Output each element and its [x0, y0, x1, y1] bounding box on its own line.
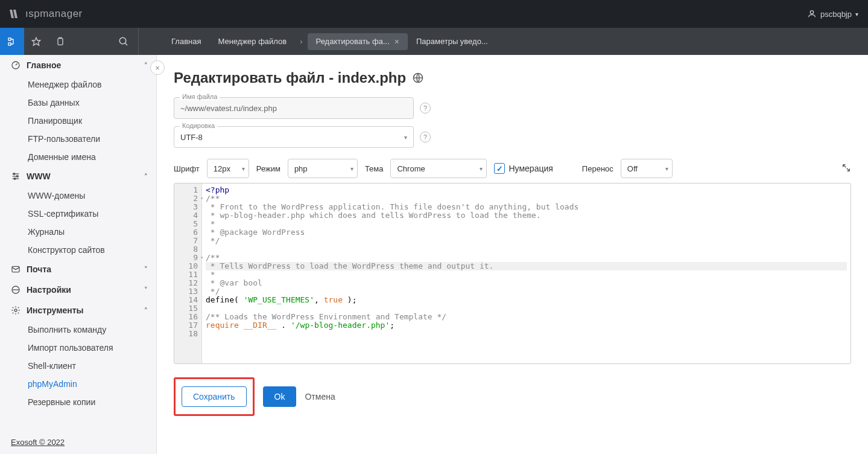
chevron-down-icon: ▾ [480, 165, 483, 172]
checkbox-icon [494, 163, 505, 174]
svg-rect-2 [8, 43, 11, 45]
help-icon[interactable]: ? [420, 132, 431, 142]
svg-point-11 [13, 173, 15, 175]
nav-section-header[interactable]: WWW˄ [0, 166, 156, 187]
chevron-down-icon: ▾ [665, 165, 668, 172]
clipboard-icon[interactable] [48, 28, 72, 55]
font-label: Шрифт [174, 164, 200, 173]
svg-point-16 [14, 309, 17, 312]
nav-item[interactable]: Доменные имена [0, 148, 156, 166]
nav-item[interactable]: Резервные копии [0, 393, 156, 411]
filename-input [174, 97, 414, 119]
chevron-down-icon: ▾ [242, 165, 245, 172]
logo: ıspmanager [10, 8, 83, 20]
content: Редактировать файл - index.php Имя файла… [157, 55, 868, 454]
nav-item[interactable]: phpMyAdmin [0, 375, 156, 393]
nav-item[interactable]: Менеджер файлов [0, 75, 156, 94]
sidebar: Главное˄Менеджер файловБазы данныхПланир… [0, 55, 157, 454]
page-title: Редактировать файл - index.php [174, 69, 851, 86]
svg-point-5 [119, 37, 126, 44]
theme-select[interactable]: Chrome▾ [390, 159, 487, 178]
svg-point-0 [810, 11, 813, 14]
toolbar: Главная Менеджер файлов › Редактировать … [0, 28, 868, 55]
nav-section-header[interactable]: Почта˅ [0, 259, 156, 280]
search-button[interactable] [109, 28, 139, 55]
tree-view-icon[interactable] [0, 28, 24, 55]
breadcrumbs: Главная Менеджер файлов › Редактировать … [139, 33, 496, 50]
crumb-home[interactable]: Главная [163, 33, 209, 50]
nav-item[interactable]: Планировщик [0, 112, 156, 130]
nav-item[interactable]: Конструктор сайтов [0, 241, 156, 259]
svg-rect-4 [58, 38, 63, 45]
wrap-label: Перенос [582, 164, 613, 173]
nav-item[interactable]: Выполнить команду [0, 321, 156, 339]
mode-label: Режим [256, 164, 280, 173]
svg-point-13 [14, 178, 16, 180]
crumb-filemgr[interactable]: Менеджер файлов [209, 33, 295, 50]
star-icon[interactable] [24, 28, 48, 55]
svg-rect-1 [8, 38, 11, 40]
expand-icon[interactable] [841, 163, 851, 174]
username: pscbqbjp [820, 10, 852, 19]
highlight-annotation: Сохранить [174, 377, 255, 416]
mode-select[interactable]: php▾ [288, 159, 358, 178]
encoding-select[interactable]: UTF-8 ▾ [174, 126, 414, 148]
crumb-edit-file[interactable]: Редактировать фа... × [308, 33, 408, 50]
nav-item[interactable]: Shell-клиент [0, 357, 156, 375]
chevron-down-icon: ▾ [350, 165, 353, 172]
cancel-button[interactable]: Отмена [305, 392, 335, 401]
nav-section-header[interactable]: Инструменты˄ [0, 300, 156, 321]
chevron-down-icon: ▾ [404, 134, 407, 141]
svg-line-6 [125, 43, 127, 45]
chevron-down-icon: ▾ [855, 11, 858, 18]
wrap-select[interactable]: Off▾ [621, 159, 673, 178]
font-select[interactable]: 12px▾ [207, 159, 249, 178]
nav-section-header[interactable]: Настройки˅ [0, 280, 156, 300]
logo-text: ıspmanager [25, 8, 83, 20]
chevron-right-icon: › [300, 37, 302, 46]
nav-item[interactable]: Импорт пользователя [0, 339, 156, 357]
collapse-sidebar-button[interactable]: × [150, 60, 165, 75]
nav-item[interactable]: WWW-домены [0, 187, 156, 205]
save-button[interactable]: Сохранить [182, 386, 247, 407]
footer-copyright[interactable]: Exosoft © 2022 [0, 430, 156, 454]
close-tab-icon[interactable]: × [394, 37, 399, 46]
line-gutter: 123456789101112131415161718 [174, 184, 202, 363]
nav-item[interactable]: Журналы [0, 223, 156, 241]
code-editor[interactable]: 123456789101112131415161718 <?php/** * F… [174, 183, 851, 364]
nav-item[interactable]: Базы данных [0, 94, 156, 112]
nav-item[interactable]: SSL-сертификаты [0, 205, 156, 223]
ok-button[interactable]: Ok [263, 386, 297, 407]
help-icon[interactable]: ? [420, 103, 431, 114]
filename-label: Имя файла [180, 93, 220, 100]
user-menu[interactable]: pscbqbjp ▾ [807, 9, 858, 19]
svg-marker-3 [32, 37, 40, 45]
topbar: ıspmanager pscbqbjp ▾ [0, 0, 868, 28]
theme-label: Тема [365, 164, 384, 173]
crumb-notif-params[interactable]: Параметры уведо... [408, 33, 496, 50]
svg-point-12 [16, 176, 18, 177]
encoding-label: Кодировка [180, 122, 217, 129]
numbering-checkbox[interactable]: Нумерация [494, 163, 553, 174]
nav-item[interactable]: FTP-пользователи [0, 130, 156, 148]
nav-section-header[interactable]: Главное˄ [0, 55, 156, 75]
code-body[interactable]: <?php/** * Front to the WordPress applic… [202, 184, 851, 363]
globe-icon [412, 72, 424, 84]
